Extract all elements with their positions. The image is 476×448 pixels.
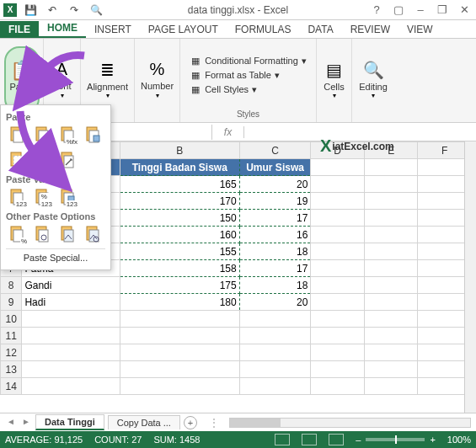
- row-header[interactable]: 12: [1, 344, 22, 361]
- cell[interactable]: 17: [239, 210, 311, 227]
- tab-insert[interactable]: INSERT: [86, 21, 140, 38]
- zoom-in-button[interactable]: +: [430, 435, 435, 445]
- paste-values-number-option[interactable]: %123: [31, 186, 53, 208]
- help-button[interactable]: ?: [366, 0, 387, 19]
- column-header[interactable]: C: [239, 142, 311, 159]
- tab-view[interactable]: VIEW: [398, 21, 441, 38]
- cell[interactable]: [311, 193, 365, 210]
- cell[interactable]: [364, 243, 418, 260]
- cell[interactable]: [418, 176, 472, 193]
- tab-file[interactable]: FILE: [0, 21, 39, 38]
- cell[interactable]: [311, 260, 365, 277]
- cell[interactable]: [418, 277, 472, 294]
- sheet-nav-next[interactable]: ►: [20, 417, 32, 429]
- cell[interactable]: 175: [120, 277, 239, 294]
- ribbon-options-button[interactable]: ▢: [388, 0, 409, 19]
- cell[interactable]: [311, 294, 365, 311]
- cell[interactable]: [22, 311, 120, 328]
- cell[interactable]: [364, 159, 418, 176]
- name-box[interactable]: [111, 125, 212, 140]
- cell[interactable]: [22, 361, 120, 378]
- paste-keep-source-option[interactable]: [82, 124, 104, 146]
- paste-link-option[interactable]: [31, 223, 53, 245]
- cell[interactable]: [120, 311, 239, 328]
- sheet-tab-data-tinggi[interactable]: Data Tinggi: [35, 414, 104, 430]
- tab-home[interactable]: HOME: [39, 19, 86, 38]
- cell[interactable]: Hadi: [22, 294, 120, 311]
- cell[interactable]: 19: [239, 193, 311, 210]
- column-header[interactable]: F: [418, 142, 472, 159]
- cell[interactable]: [311, 277, 365, 294]
- cell[interactable]: [311, 311, 365, 328]
- cell[interactable]: [311, 210, 365, 227]
- zoom-level[interactable]: 100%: [447, 435, 471, 445]
- cell[interactable]: [311, 176, 365, 193]
- cell[interactable]: Tinggi Badan Siswa: [120, 159, 239, 176]
- editing-button[interactable]: 🔍Editing▾: [356, 46, 391, 114]
- cell[interactable]: [364, 328, 418, 344]
- cell[interactable]: [311, 227, 365, 243]
- cell[interactable]: [418, 243, 472, 260]
- row-header[interactable]: 11: [1, 328, 22, 344]
- cell[interactable]: [418, 328, 472, 344]
- cell[interactable]: [418, 344, 472, 361]
- cell[interactable]: 20: [239, 176, 311, 193]
- cell[interactable]: [120, 328, 239, 344]
- cells-button[interactable]: ▤Cells▾: [320, 46, 348, 114]
- tab-review[interactable]: REVIEW: [342, 21, 398, 38]
- cell[interactable]: [364, 344, 418, 361]
- cell[interactable]: [239, 344, 311, 361]
- alignment-button[interactable]: ≣Alignment▾: [88, 46, 127, 114]
- paste-linked-picture-option[interactable]: [82, 223, 104, 245]
- cell[interactable]: 18: [239, 277, 311, 294]
- cell[interactable]: [120, 378, 239, 395]
- tab-data[interactable]: DATA: [299, 21, 341, 38]
- cell[interactable]: [418, 227, 472, 243]
- cell[interactable]: [311, 159, 365, 176]
- cell[interactable]: [364, 176, 418, 193]
- cell[interactable]: [418, 311, 472, 328]
- sheet-nav-prev[interactable]: ◄: [5, 417, 17, 429]
- cell[interactable]: [120, 361, 239, 378]
- view-normal-button[interactable]: [275, 434, 290, 445]
- cell[interactable]: 170: [120, 193, 239, 210]
- cell[interactable]: 20: [239, 294, 311, 311]
- cell[interactable]: Gandi: [22, 277, 120, 294]
- cell[interactable]: [311, 243, 365, 260]
- undo-button[interactable]: ↶: [44, 2, 61, 19]
- paste-values-option[interactable]: 123: [6, 186, 28, 208]
- cell[interactable]: [364, 210, 418, 227]
- cell[interactable]: [239, 361, 311, 378]
- zoom-control[interactable]: – +: [356, 435, 436, 445]
- cell[interactable]: 16: [239, 227, 311, 243]
- cell[interactable]: [22, 328, 120, 344]
- cell[interactable]: [311, 328, 365, 344]
- view-page-break-button[interactable]: [329, 434, 344, 445]
- cell[interactable]: 158: [120, 260, 239, 277]
- cell[interactable]: [364, 361, 418, 378]
- cell[interactable]: [311, 344, 365, 361]
- cell[interactable]: [418, 361, 472, 378]
- fx-button[interactable]: fx: [212, 126, 244, 138]
- row-header[interactable]: 8: [1, 277, 22, 294]
- sheet-tab-copy-data[interactable]: Copy Data ...: [108, 415, 180, 429]
- add-sheet-button[interactable]: +: [184, 416, 197, 429]
- cell[interactable]: [364, 277, 418, 294]
- zoom-out-button[interactable]: –: [356, 435, 361, 445]
- cell[interactable]: 17: [239, 260, 311, 277]
- restore-button[interactable]: ❐: [432, 0, 452, 19]
- paste-picture-option[interactable]: [56, 223, 78, 245]
- save-button[interactable]: 💾: [22, 2, 39, 19]
- number-button[interactable]: %Number▾: [138, 46, 176, 114]
- cell[interactable]: [364, 378, 418, 395]
- cell[interactable]: [311, 378, 365, 395]
- cell[interactable]: [418, 193, 472, 210]
- cell[interactable]: [364, 260, 418, 277]
- cell[interactable]: [418, 294, 472, 311]
- cell[interactable]: 180: [120, 294, 239, 311]
- cell[interactable]: [311, 361, 365, 378]
- cell[interactable]: [239, 378, 311, 395]
- cell[interactable]: [418, 159, 472, 176]
- redo-button[interactable]: ↷: [66, 2, 83, 19]
- cell[interactable]: [364, 311, 418, 328]
